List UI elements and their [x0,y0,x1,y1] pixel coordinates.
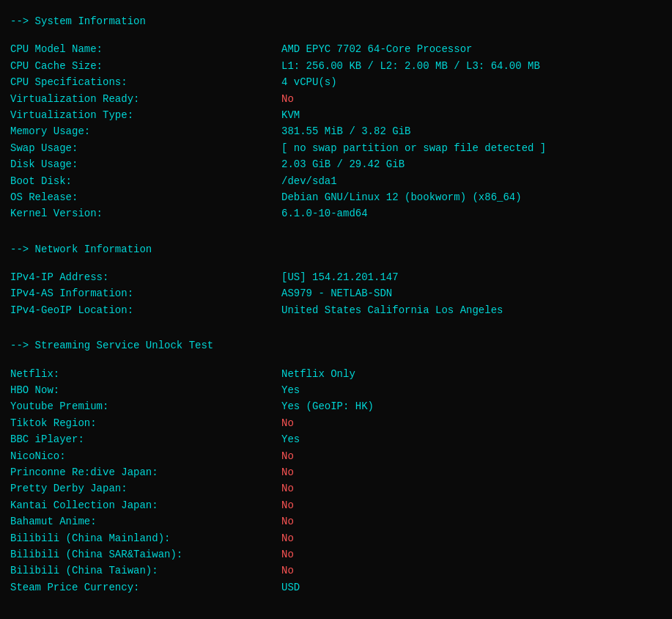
table-row: IPv4-IP Address:[US] 154.21.201.147 [10,269,662,285]
row-value: No [281,497,662,513]
table-row: HBO Now:Yes [10,382,662,398]
row-label: CPU Cache Size: [10,58,281,74]
row-value: Debian GNU/Linux 12 (bookworm) (x86_64) [281,189,662,205]
row-value: [US] 154.21.201.147 [281,269,662,285]
table-row: Kantai Collection Japan:No [10,497,662,513]
table-row: Kernel Version:6.1.0-10-amd64 [10,205,662,221]
table-row: Tiktok Region:No [10,415,662,431]
table-row: Swap Usage:[ no swap partition or swap f… [10,140,662,156]
table-row: Virtualization Type:KVM [10,107,662,123]
row-label: Boot Disk: [10,173,281,189]
section-header-2: --> Streaming Service Unlock Test [10,337,662,354]
row-label: NicoNico: [10,448,281,464]
row-label: Swap Usage: [10,140,281,156]
section-header-1: --> Network Information [10,241,662,257]
table-row: Boot Disk:/dev/sda1 [10,173,662,189]
row-label: Tiktok Region: [10,415,281,431]
info-table-0: CPU Model Name:AMD EPYC 7702 64-Core Pro… [10,41,662,221]
row-value: No [281,448,662,464]
table-row: Netflix:Netflix Only [10,366,662,382]
row-label: BBC iPlayer: [10,431,281,447]
row-label: Kantai Collection Japan: [10,497,281,513]
row-value: 2.03 GiB / 29.42 GiB [281,156,662,172]
row-value: No [281,513,662,530]
row-label: IPv4-AS Information: [10,285,281,301]
table-row: Disk Usage:2.03 GiB / 29.42 GiB [10,156,662,172]
row-label: Netflix: [10,366,281,382]
row-label: Bilibili (China SAR&Taiwan): [10,546,281,563]
table-row: Bilibili (China Taiwan):No [10,563,662,579]
row-value: Yes (GeoIP: HK) [281,398,662,414]
row-value: No [281,91,662,107]
table-row: CPU Model Name:AMD EPYC 7702 64-Core Pro… [10,41,662,57]
terminal-output: --> System InformationCPU Model Name:AMD… [10,13,662,596]
row-value: No [281,464,662,480]
table-row: OS Release:Debian GNU/Linux 12 (bookworm… [10,189,662,205]
table-row: Bahamut Anime:No [10,513,662,530]
table-row: CPU Cache Size:L1: 256.00 KB / L2: 2.00 … [10,58,662,74]
row-label: IPv4-GeoIP Location: [10,302,281,318]
table-row: Steam Price Currency:USD [10,579,662,596]
row-label: Youtube Premium: [10,398,281,414]
row-value: United States California Los Angeles [281,302,662,318]
table-row: Memory Usage:381.55 MiB / 3.82 GiB [10,123,662,139]
section-header-0: --> System Information [10,13,662,29]
row-value: No [281,563,662,579]
row-value: AMD EPYC 7702 64-Core Processor [281,41,662,57]
row-value: /dev/sda1 [281,173,662,189]
row-label: Virtualization Type: [10,107,281,123]
table-row: Bilibili (China SAR&Taiwan):No [10,546,662,563]
row-value: Netflix Only [281,366,662,382]
row-label: HBO Now: [10,382,281,398]
row-value: No [281,415,662,431]
row-value: No [281,480,662,497]
row-label: Princonne Re:dive Japan: [10,464,281,480]
row-label: Kernel Version: [10,205,281,221]
row-value: KVM [281,107,662,123]
row-label: Pretty Derby Japan: [10,480,281,497]
info-table-2: Netflix:Netflix OnlyHBO Now:YesYoutube P… [10,366,662,596]
row-value: USD [281,579,662,596]
row-label: CPU Model Name: [10,41,281,57]
row-value: AS979 - NETLAB-SDN [281,285,662,301]
row-value: 381.55 MiB / 3.82 GiB [281,123,662,139]
row-label: Bilibili (China Taiwan): [10,563,281,579]
row-value: 4 vCPU(s) [281,74,662,90]
row-label: Steam Price Currency: [10,579,281,596]
table-row: Pretty Derby Japan:No [10,480,662,497]
row-value: L1: 256.00 KB / L2: 2.00 MB / L3: 64.00 … [281,58,662,74]
table-row: IPv4-GeoIP Location:United States Califo… [10,302,662,318]
info-table-1: IPv4-IP Address:[US] 154.21.201.147IPv4-… [10,269,662,318]
row-value: 6.1.0-10-amd64 [281,205,662,221]
table-row: IPv4-AS Information:AS979 - NETLAB-SDN [10,285,662,301]
row-value: No [281,530,662,546]
row-label: Memory Usage: [10,123,281,139]
table-row: NicoNico:No [10,448,662,464]
row-label: Disk Usage: [10,156,281,172]
table-row: Virtualization Ready:No [10,91,662,107]
row-label: Bilibili (China Mainland): [10,530,281,546]
table-row: BBC iPlayer:Yes [10,431,662,447]
row-label: Bahamut Anime: [10,513,281,530]
row-label: Virtualization Ready: [10,91,281,107]
table-row: Bilibili (China Mainland):No [10,530,662,546]
table-row: Princonne Re:dive Japan:No [10,464,662,480]
table-row: Youtube Premium:Yes (GeoIP: HK) [10,398,662,414]
table-row: CPU Specifications:4 vCPU(s) [10,74,662,90]
row-value: Yes [281,431,662,447]
row-label: CPU Specifications: [10,74,281,90]
row-label: IPv4-IP Address: [10,269,281,285]
row-value: Yes [281,382,662,398]
row-value: No [281,546,662,563]
row-value: [ no swap partition or swap file detecte… [281,140,662,156]
row-label: OS Release: [10,189,281,205]
